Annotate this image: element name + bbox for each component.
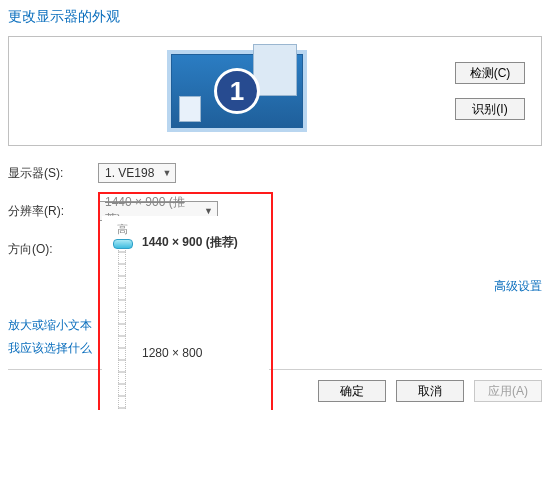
identify-button[interactable]: 识别(I) bbox=[455, 98, 525, 120]
slider-thumb[interactable] bbox=[113, 239, 133, 249]
display-label: 显示器(S): bbox=[8, 165, 98, 182]
resolution-option-mid[interactable]: 1280 × 800 bbox=[142, 346, 202, 360]
advanced-settings-link[interactable]: 高级设置 bbox=[494, 278, 542, 295]
resolution-slider[interactable] bbox=[118, 239, 126, 410]
resolution-popover: 高 低 1440 × 900 (推荐) 1280 × 800 800 × 600 bbox=[102, 216, 269, 410]
slider-high-label: 高 bbox=[117, 222, 128, 237]
ok-button[interactable]: 确定 bbox=[318, 380, 386, 402]
resolution-label: 分辨率(R): bbox=[8, 203, 98, 220]
page-title: 更改显示器的外观 bbox=[8, 8, 542, 26]
orientation-label: 方向(O): bbox=[8, 241, 98, 258]
document-icon bbox=[179, 96, 201, 122]
monitor-number-badge: 1 bbox=[214, 68, 260, 114]
chevron-down-icon: ▼ bbox=[162, 168, 171, 178]
chevron-down-icon: ▼ bbox=[204, 206, 213, 216]
display-preview-box: 1 检测(C) 识别(I) bbox=[8, 36, 542, 146]
resolution-option-recommended[interactable]: 1440 × 900 (推荐) bbox=[142, 234, 238, 251]
cancel-button[interactable]: 取消 bbox=[396, 380, 464, 402]
zoom-text-link[interactable]: 放大或缩小文本 bbox=[8, 317, 542, 334]
bottom-button-bar: 确定 取消 应用(A) bbox=[8, 369, 542, 402]
display-dropdown[interactable]: 1. VE198 ▼ bbox=[98, 163, 176, 183]
display-dropdown-value: 1. VE198 bbox=[105, 166, 154, 180]
apply-button[interactable]: 应用(A) bbox=[474, 380, 542, 402]
which-choose-link[interactable]: 我应该选择什么 bbox=[8, 340, 542, 357]
monitor-preview[interactable]: 1 bbox=[167, 50, 307, 132]
detect-button[interactable]: 检测(C) bbox=[455, 62, 525, 84]
